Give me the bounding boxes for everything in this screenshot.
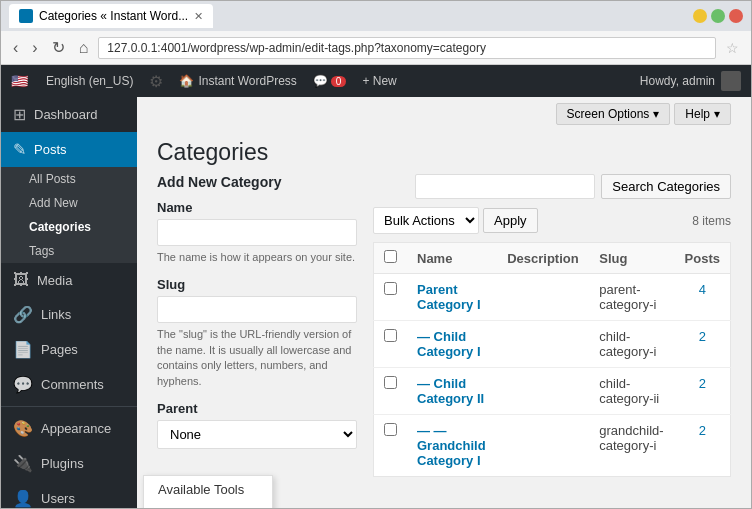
row-desc-cell (497, 321, 589, 368)
category-link[interactable]: Parent Category I (417, 282, 481, 312)
col-header-slug: Slug (589, 243, 674, 274)
row-checkbox[interactable] (384, 423, 397, 436)
posts-count[interactable]: 4 (699, 282, 706, 297)
search-categories-button[interactable]: Search Categories (601, 174, 731, 199)
sidebar-label-posts: Posts (34, 142, 67, 157)
close-button[interactable] (729, 9, 743, 23)
sidebar-item-comments[interactable]: 💬 Comments (1, 367, 137, 402)
forward-button[interactable]: › (28, 37, 41, 59)
browser-tab[interactable]: Categories « Instant Word... ✕ (9, 4, 213, 28)
main-split: Add New Category Name The name is how it… (137, 174, 751, 497)
table-actions: Bulk Actions Apply 8 items (373, 207, 731, 234)
sidebar-item-appearance[interactable]: 🎨 Appearance (1, 411, 137, 446)
add-new-form: Add New Category Name The name is how it… (157, 174, 357, 477)
table-header-row: Name Description Slug Posts (374, 243, 731, 274)
reload-button[interactable]: ↻ (48, 36, 69, 59)
row-name-cell: — Child Category II (407, 368, 497, 415)
apply-button[interactable]: Apply (483, 208, 538, 233)
sidebar-item-posts[interactable]: ✎ Posts (1, 132, 137, 167)
table-area: Search Categories Bulk Actions Apply (373, 174, 731, 477)
home-button[interactable]: ⌂ (75, 37, 93, 59)
links-icon: 🔗 (13, 305, 33, 324)
row-name-cell: Parent Category I (407, 274, 497, 321)
sidebar-label-users: Users (41, 491, 75, 506)
window-controls (693, 9, 743, 23)
row-checkbox[interactable] (384, 376, 397, 389)
site-name[interactable]: 🏠 Instant WordPress (179, 74, 296, 88)
category-link[interactable]: — Child Category I (417, 329, 481, 359)
flag-icon: 🇺🇸 (11, 73, 28, 89)
row-slug-cell: parent-category-i (589, 274, 674, 321)
sidebar-label-plugins: Plugins (41, 456, 84, 471)
bulk-actions-select[interactable]: Bulk Actions (373, 207, 479, 234)
table-body: Parent Category I parent-category-i 4 (374, 274, 731, 477)
select-all-checkbox[interactable] (384, 250, 397, 263)
col-header-description: Description (497, 243, 589, 274)
sidebar-item-dashboard[interactable]: ⊞ Dashboard (1, 97, 137, 132)
tools-available-item[interactable]: Available Tools (144, 476, 272, 503)
wp-logo-icon: ⚙ (149, 72, 163, 91)
categories-table: Name Description Slug Posts (373, 242, 731, 477)
row-checkbox-cell (374, 321, 408, 368)
category-link[interactable]: — Child Category II (417, 376, 484, 406)
row-desc-cell (497, 274, 589, 321)
parent-select[interactable]: None (157, 420, 357, 449)
bookmark-icon[interactable]: ☆ (722, 40, 743, 56)
screen-options-bar: Screen Options ▾ Help ▾ (137, 97, 751, 131)
slug-input[interactable] (157, 296, 357, 323)
posts-count[interactable]: 2 (699, 423, 706, 438)
category-link[interactable]: — — Grandchild Category I (417, 423, 486, 468)
tools-import-item[interactable]: Import (144, 503, 272, 508)
sidebar-divider-1 (1, 406, 137, 407)
name-input[interactable] (157, 219, 357, 246)
row-posts-cell: 4 (675, 274, 731, 321)
sidebar-label-appearance: Appearance (41, 421, 111, 436)
tab-close-icon[interactable]: ✕ (194, 10, 203, 23)
help-button[interactable]: Help ▾ (674, 103, 731, 125)
comments-link[interactable]: 💬 0 (313, 74, 347, 88)
sidebar-item-links[interactable]: 🔗 Links (1, 297, 137, 332)
row-checkbox[interactable] (384, 282, 397, 295)
comments-count: 0 (331, 76, 347, 87)
address-bar[interactable] (98, 37, 716, 59)
slug-field: Slug The "slug" is the URL-friendly vers… (157, 277, 357, 389)
screen-options-button[interactable]: Screen Options ▾ (556, 103, 671, 125)
sidebar-subitem-tags[interactable]: Tags (1, 239, 137, 263)
posts-count[interactable]: 2 (699, 376, 706, 391)
add-form-heading: Add New Category (157, 174, 357, 190)
sidebar-item-pages[interactable]: 📄 Pages (1, 332, 137, 367)
sidebar-subitem-categories[interactable]: Categories (1, 215, 137, 239)
sidebar-subitem-add-new[interactable]: Add New (1, 191, 137, 215)
table-row: — Child Category I child-category-i 2 (374, 321, 731, 368)
row-checkbox-cell (374, 274, 408, 321)
posts-count[interactable]: 2 (699, 329, 706, 344)
sidebar-label-pages: Pages (41, 342, 78, 357)
col-header-name[interactable]: Name (407, 243, 497, 274)
sidebar-label-dashboard: Dashboard (34, 107, 98, 122)
maximize-button[interactable] (711, 9, 725, 23)
page-header: Categories (137, 131, 751, 166)
back-button[interactable]: ‹ (9, 37, 22, 59)
table-row: Parent Category I parent-category-i 4 (374, 274, 731, 321)
wp-content: Screen Options ▾ Help ▾ Categories (137, 97, 751, 508)
wp-content-inner: Screen Options ▾ Help ▾ Categories (137, 97, 751, 497)
sidebar-item-media[interactable]: 🖼 Media (1, 263, 137, 297)
search-area: Search Categories (373, 174, 731, 199)
sidebar-subitem-all-posts[interactable]: All Posts (1, 167, 137, 191)
appearance-icon: 🎨 (13, 419, 33, 438)
row-checkbox[interactable] (384, 329, 397, 342)
sidebar-item-users[interactable]: 👤 Users (1, 481, 137, 508)
howdy-label: Howdy, admin (640, 71, 741, 91)
chevron-down-icon-help: ▾ (714, 107, 720, 121)
row-desc-cell (497, 368, 589, 415)
sidebar-item-plugins[interactable]: 🔌 Plugins (1, 446, 137, 481)
tab-title: Categories « Instant Word... (39, 9, 188, 23)
plugins-icon: 🔌 (13, 454, 33, 473)
row-name-cell: — — Grandchild Category I (407, 415, 497, 477)
new-content-link[interactable]: + New (362, 74, 396, 88)
search-input[interactable] (415, 174, 595, 199)
minimize-button[interactable] (693, 9, 707, 23)
users-icon: 👤 (13, 489, 33, 508)
row-slug-cell: child-category-i (589, 321, 674, 368)
row-posts-cell: 2 (675, 415, 731, 477)
